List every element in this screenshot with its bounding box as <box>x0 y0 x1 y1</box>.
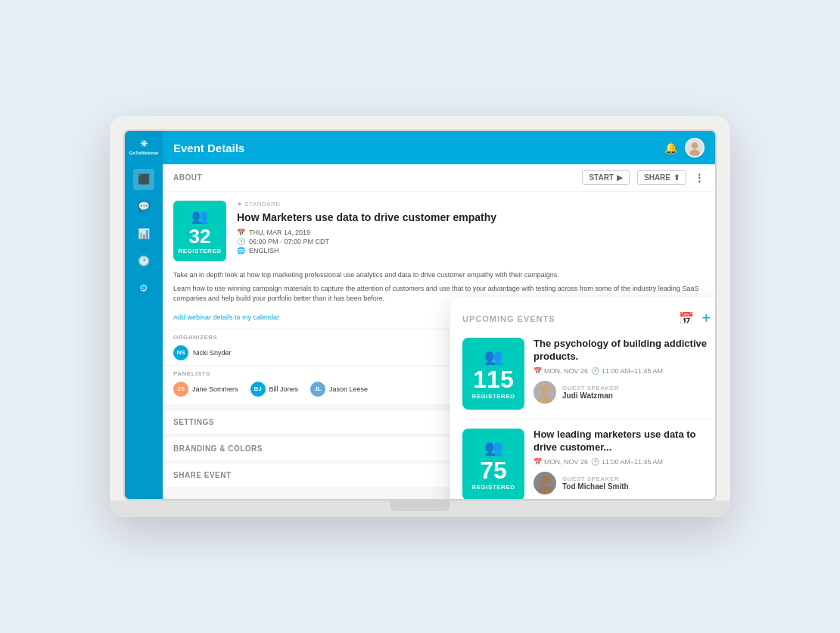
event-time-2: 🕐 11:00 AM–11:45 AM <box>591 458 663 466</box>
webinar-title: How Marketers use data to drive customer… <box>237 210 705 224</box>
section-header: ABOUT START ▶ SHARE ⬆ ⋮ <box>163 164 715 192</box>
time-icon: 🕐 <box>237 238 245 245</box>
speaker-name-2: Tod Michael Smith <box>562 482 629 491</box>
panelist-item: JL Jason Leese <box>310 382 368 397</box>
event-info-2: How leading marketers use data to drive … <box>534 429 711 494</box>
section-actions: START ▶ SHARE ⬆ ⋮ <box>582 170 705 185</box>
calendar-icon: 📅 <box>237 229 245 236</box>
upcoming-icons: 📅 + <box>679 310 711 327</box>
laptop-notch <box>390 500 450 511</box>
upcoming-events-card: UPCOMING EVENTS 📅 + 👥 115 REGISTERED The… <box>450 298 717 500</box>
organizer-name: Nicki Snyder <box>193 349 232 357</box>
about-label: ABOUT <box>173 173 202 182</box>
event-meta-1: 📅 MON, NOV 26 🕐 11:00 AM–11:45 AM <box>534 367 711 375</box>
panelist-item: BJ Bill Jones <box>250 382 299 397</box>
webinar-meta: 📅 THU, MAR 14, 2019 🕐 06:00 PM - 07:00 P… <box>237 229 705 254</box>
upcoming-header: UPCOMING EVENTS 📅 + <box>462 310 711 327</box>
speaker-avatar-1 <box>534 381 556 404</box>
calendar-icon: 📅 <box>534 458 542 466</box>
calendar-icon: 📅 <box>534 367 542 375</box>
panelist-item: JS Jane Sommers <box>173 382 238 397</box>
sidebar: ✳ GoToWebinar ⬛ 💬 📊 🕐 ⚙ <box>125 131 163 499</box>
chat-icon: 💬 <box>138 201 150 212</box>
webinar-details: ★ STANDARD How Marketers use data to dri… <box>237 201 705 261</box>
organizer-avatar: NS <box>173 345 188 360</box>
header-actions: 🔔 <box>664 138 705 157</box>
event-meta-2: 📅 MON, NOV 26 🕐 11:00 AM–11:45 AM <box>534 458 711 466</box>
avatar[interactable] <box>685 138 705 157</box>
event-item-1: 👥 115 REGISTERED The psychology of build… <box>462 338 711 410</box>
guest-speaker-2: GUEST SPEAKER Tod Michael Smith <box>534 472 711 494</box>
share-icon: ⬆ <box>674 173 680 182</box>
panelist-name-2: Bill Jones <box>269 385 299 393</box>
speaker-label-1: GUEST SPEAKER <box>562 385 619 391</box>
event-badge-1: 👥 115 REGISTERED <box>462 338 524 410</box>
app-header: Event Details 🔔 <box>163 131 715 164</box>
event-title-2: How leading marketers use data to drive … <box>534 429 711 454</box>
share-button[interactable]: SHARE ⬆ <box>637 170 686 185</box>
screen-icon: ⬛ <box>138 173 150 185</box>
sidebar-item-settings[interactable]: ⚙ <box>133 278 154 299</box>
sidebar-item-screen[interactable]: ⬛ <box>133 169 154 190</box>
meta-date: 📅 THU, MAR 14, 2019 <box>237 229 705 236</box>
panelist-avatar-bj: BJ <box>250 382 266 397</box>
panelist-name-3: Jason Leese <box>329 385 368 393</box>
event-date-1: 📅 MON, NOV 26 <box>534 367 588 375</box>
svg-point-1 <box>689 150 700 156</box>
clock-icon: 🕐 <box>138 255 150 267</box>
panelist-name-1: Jane Sommers <box>192 385 238 393</box>
svg-point-0 <box>692 142 698 148</box>
speaker-label-2: GUEST SPEAKER <box>562 476 629 482</box>
event-item-2: 👥 75 REGISTERED How leading marketers us… <box>462 429 711 500</box>
play-icon: ▶ <box>617 173 623 182</box>
laptop-base <box>110 500 730 517</box>
sidebar-item-clock[interactable]: 🕐 <box>133 251 154 272</box>
event-info-1: The psychology of building addictive pro… <box>534 338 711 404</box>
globe-icon: 🌐 <box>237 247 245 254</box>
add-event-button[interactable]: + <box>702 310 711 327</box>
meta-time: 🕐 06:00 PM - 07:00 PM CDT <box>237 238 705 245</box>
event-title-1: The psychology of building addictive pro… <box>534 338 711 363</box>
notification-icon[interactable]: 🔔 <box>664 142 677 154</box>
speaker-avatar-2 <box>534 472 556 494</box>
event-badge-2: 👥 75 REGISTERED <box>462 429 524 500</box>
panelist-avatar-js: JS <box>173 382 188 397</box>
app-logo: ✳ GoToWebinar <box>129 139 159 157</box>
clock-icon: 🕐 <box>591 458 599 466</box>
settings-icon: ⚙ <box>139 282 148 294</box>
event-divider <box>462 419 711 419</box>
people-icon: 👥 <box>191 208 208 225</box>
sidebar-item-charts[interactable]: 📊 <box>133 223 154 245</box>
speaker-name-1: Judi Watzman <box>562 391 619 400</box>
more-options-button[interactable]: ⋮ <box>694 172 705 184</box>
svg-point-3 <box>540 385 549 394</box>
speaker-info-2: GUEST SPEAKER Tod Michael Smith <box>562 476 629 491</box>
webinar-body: 👥 32 REGISTERED ★ STANDARD How Marketers… <box>163 192 715 270</box>
event-time-1: 🕐 11:00 AM–11:45 AM <box>591 367 663 375</box>
registered-badge: 👥 32 REGISTERED <box>173 201 226 261</box>
upcoming-title: UPCOMING EVENTS <box>462 314 555 323</box>
svg-point-6 <box>540 476 549 485</box>
people-icon: 👥 <box>484 438 503 457</box>
speaker-info-1: GUEST SPEAKER Judi Watzman <box>562 385 619 400</box>
panelist-avatar-jl: JL <box>310 382 325 397</box>
bar-chart-icon: 📊 <box>138 228 150 239</box>
sidebar-item-chat[interactable]: 💬 <box>133 196 154 217</box>
page-title: Event Details <box>173 142 244 154</box>
start-button[interactable]: START ▶ <box>582 170 630 185</box>
people-icon: 👥 <box>484 348 503 366</box>
guest-speaker-1: GUEST SPEAKER Judi Watzman <box>534 381 711 404</box>
meta-language: 🌐 ENGLISH <box>237 247 705 254</box>
webinar-type: ★ STANDARD <box>237 201 705 207</box>
clock-icon: 🕐 <box>591 367 599 375</box>
event-date-2: 📅 MON, NOV 26 <box>534 458 588 466</box>
calendar-grid-icon[interactable]: 📅 <box>679 311 694 326</box>
